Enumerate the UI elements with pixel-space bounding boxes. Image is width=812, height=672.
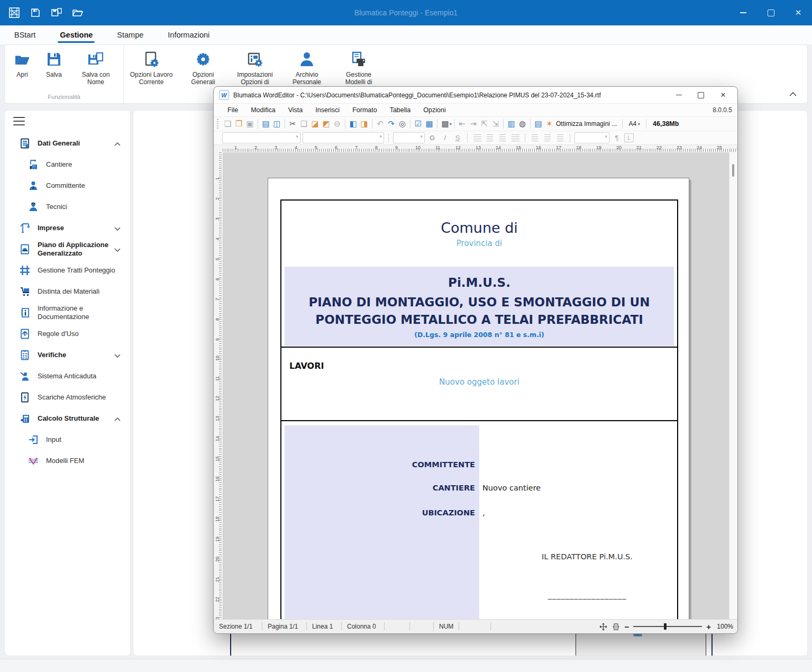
bullet-list-icon[interactable] xyxy=(530,133,540,143)
table-icon[interactable]: ▦ xyxy=(424,119,435,130)
numbered-list-icon[interactable] xyxy=(542,133,553,143)
ribbon-button-salva[interactable]: Salva xyxy=(40,48,68,81)
scrollbar-thumb[interactable] xyxy=(732,164,734,177)
sidebar-item-cantiere[interactable]: Cantiere xyxy=(5,154,130,175)
font-size-select[interactable] xyxy=(393,132,425,143)
dropdown-arrow-icon[interactable]: ▾ xyxy=(450,122,452,126)
font-select[interactable] xyxy=(303,132,384,143)
sidebar-item-verifiche[interactable]: Verifiche xyxy=(5,344,130,366)
paste-word-icon[interactable]: ◪ xyxy=(309,119,321,130)
menu-item-vista[interactable]: Vista xyxy=(288,106,303,114)
close-button[interactable]: ✕ xyxy=(712,87,734,103)
optimize-images-button[interactable]: Ottimizza Immagini ... xyxy=(556,120,617,128)
sidebar-item-piano-applicazione[interactable]: Piano di Applicazione Generalizzato xyxy=(5,239,130,260)
sidebar-item-dati-generali[interactable]: Dati Generali xyxy=(5,133,130,154)
menu-item-formato[interactable]: Formato xyxy=(352,106,377,114)
maximize-button[interactable] xyxy=(690,87,712,103)
ribbon-button-apri[interactable]: Apri xyxy=(8,48,37,81)
indent-left-icon[interactable]: ⇤ xyxy=(457,119,468,130)
align-justify-icon[interactable] xyxy=(510,133,521,143)
delete-icon[interactable]: ⊖ xyxy=(332,119,343,130)
spellcheck-icon[interactable]: ☑ xyxy=(413,119,424,130)
sidebar-item-committente[interactable]: Committente xyxy=(5,175,130,196)
sidebar-item-sistema-anticaduta[interactable]: Sistema Anticaduta xyxy=(5,366,130,387)
open-icon[interactable]: ❐ xyxy=(233,119,244,130)
ruler-toggle-button[interactable]: L xyxy=(624,133,634,142)
multilevel-list-icon[interactable] xyxy=(555,133,565,143)
sidebar-item-tecnici[interactable]: Tecnici xyxy=(5,196,130,217)
sidebar-item-informazione-documentazione[interactable]: Informazione e Documentazione xyxy=(5,302,130,323)
tab-stampe[interactable]: Stampe xyxy=(116,28,144,42)
sidebar-item-gestione-tratti-ponteggio[interactable]: Gestione Tratti Ponteggio xyxy=(5,260,130,281)
pilcrow-button[interactable]: ¶ xyxy=(612,133,622,143)
ribbon-button-archivio-personale[interactable]: Archivio Personale xyxy=(282,48,331,88)
chevron-down-icon[interactable] xyxy=(114,244,121,254)
wordeditor-titlebar[interactable]: W Blumatica WordEditor - C:\Users\Docume… xyxy=(214,87,737,103)
delete-row-icon[interactable]: ⇲ xyxy=(490,119,501,130)
menu-item-modifica[interactable]: Modifica xyxy=(251,106,276,114)
maximize-button[interactable] xyxy=(757,0,784,25)
chevron-down-icon[interactable] xyxy=(114,223,121,233)
open-folder-icon[interactable] xyxy=(71,6,85,20)
zoom-out-button[interactable]: − xyxy=(624,623,629,631)
print-preview-icon[interactable]: ◫ xyxy=(271,119,282,130)
hamburger-menu-icon[interactable] xyxy=(13,117,25,125)
copy-icon[interactable]: ❑ xyxy=(298,119,309,130)
menu-item-inserisci[interactable]: Inserisci xyxy=(315,106,340,114)
tab-informazioni[interactable]: Informazioni xyxy=(167,28,211,42)
sidebar-item-regole-duso[interactable]: Regole d'Uso xyxy=(5,323,130,344)
align-center-icon[interactable] xyxy=(485,133,495,143)
cut-icon[interactable]: ✂ xyxy=(287,119,298,130)
minimize-button[interactable] xyxy=(729,0,757,25)
zoom-slider[interactable] xyxy=(633,626,702,627)
sidebar-item-distinta-materiali[interactable]: Distinta dei Materiali xyxy=(5,281,130,302)
zoom-page-icon[interactable]: ◍ xyxy=(517,119,528,130)
insert-page-icon[interactable]: ◧ xyxy=(348,119,359,130)
sidebar-item-calcolo-strutturale[interactable]: Calcolo Strutturale xyxy=(5,408,130,429)
insert-row-icon[interactable]: ⇱ xyxy=(479,119,490,130)
align-right-icon[interactable] xyxy=(497,133,508,143)
ribbon-button-opzioni-generali[interactable]: Opzioni Generali xyxy=(179,48,227,88)
bold-button[interactable]: G xyxy=(427,133,437,143)
fit-page-icon[interactable] xyxy=(612,622,620,631)
menu-item-file[interactable]: File xyxy=(227,106,238,114)
menu-item-opzioni[interactable]: Opzioni xyxy=(423,106,445,114)
chevron-up-icon[interactable] xyxy=(114,139,121,148)
undo-icon[interactable]: ↶ xyxy=(375,119,386,130)
minimize-button[interactable] xyxy=(668,87,690,103)
save-as-icon[interactable] xyxy=(50,6,63,20)
pan-mode-icon[interactable] xyxy=(599,622,607,631)
indent-right-icon[interactable]: ⇥ xyxy=(468,119,479,130)
new-document-icon[interactable]: ❏ xyxy=(222,119,233,130)
tab-bstart[interactable]: BStart xyxy=(13,28,37,42)
optimize-wand-icon[interactable]: ✶ xyxy=(544,119,555,130)
chevron-down-icon[interactable] xyxy=(114,350,121,360)
list-settings-icon[interactable]: ▤ xyxy=(533,119,544,130)
ribbon-button-salva-con-nome[interactable]: Salva con Nome xyxy=(71,48,120,88)
zoom-slider-thumb[interactable] xyxy=(664,623,667,630)
sidebar-item-input[interactable]: Input xyxy=(5,429,130,450)
underline-button[interactable]: S xyxy=(452,133,463,143)
chevron-up-icon[interactable] xyxy=(114,414,121,423)
zoom-select[interactable] xyxy=(574,132,609,143)
print-icon[interactable]: ▤ xyxy=(260,119,271,130)
save-icon[interactable] xyxy=(29,6,42,20)
style-select[interactable] xyxy=(222,132,300,143)
find-icon[interactable]: ◎ xyxy=(397,119,408,130)
save-icon[interactable]: ▣ xyxy=(244,119,256,130)
borders-icon[interactable]: ▩ xyxy=(440,119,451,130)
vertical-scrollbar[interactable] xyxy=(729,152,737,621)
ribbon-button-opzioni-lavoro-corrente[interactable]: Opzioni Lavoro Corrente xyxy=(127,48,176,88)
page-text-icon[interactable]: ▥ xyxy=(506,119,517,130)
close-button[interactable]: ✕ xyxy=(784,0,812,25)
sidebar-item-scariche-atmosferiche[interactable]: Scariche Atmosferiche xyxy=(5,387,130,408)
tab-gestione[interactable]: Gestione xyxy=(59,28,94,42)
zoom-in-button[interactable]: + xyxy=(706,623,711,631)
redo-icon[interactable]: ↷ xyxy=(386,119,397,130)
sidebar-item-imprese[interactable]: Imprese xyxy=(5,217,130,239)
menu-item-tabella[interactable]: Tabella xyxy=(390,106,411,114)
italic-button[interactable]: I xyxy=(440,133,450,143)
align-left-icon[interactable] xyxy=(472,133,482,143)
paste-icon[interactable]: ◩ xyxy=(321,119,332,130)
collapse-ribbon-chevron-icon[interactable] xyxy=(787,89,799,99)
